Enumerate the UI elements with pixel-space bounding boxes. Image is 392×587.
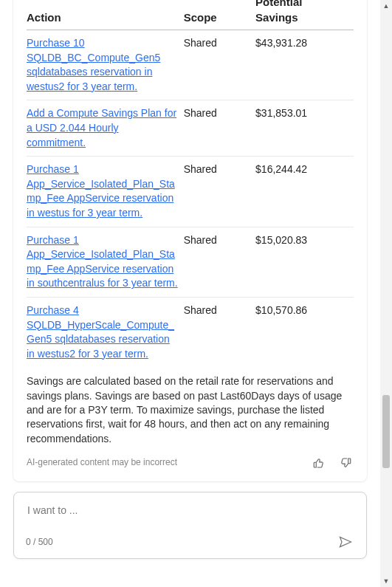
explanation-text: Savings are calculated based on the reta… (27, 374, 354, 446)
scope-cell: Shared (184, 157, 255, 227)
scroll-track[interactable] (380, 12, 392, 575)
scope-cell: Shared (184, 227, 255, 297)
col-savings-l2: Savings (255, 11, 298, 24)
scroll-up-arrow[interactable]: ▲ (380, 0, 392, 12)
table-row: Purchase 1 App_Service_Isolated_Plan_Sta… (27, 227, 354, 297)
table-row: Purchase 1 App_Service_Isolated_Plan_Sta… (27, 157, 354, 227)
action-link[interactable]: Purchase 10 SQLDB_BC_Compute_Gen5 sqldat… (27, 37, 160, 92)
prompt-input-card: 0 / 500 (13, 492, 367, 560)
ai-disclaimer: AI-generated content may be incorrect (27, 456, 177, 469)
scroll-down-arrow[interactable]: ▼ (380, 575, 392, 587)
response-card: Action Scope Potential Savings Purchase … (13, 0, 367, 481)
col-savings: Potential Savings (255, 0, 354, 30)
thumbs-up-icon (312, 456, 326, 470)
char-counter: 0 / 500 (26, 536, 53, 549)
recommendations-table: Action Scope Potential Savings Purchase … (27, 0, 354, 367)
thumbs-down-button[interactable] (337, 455, 354, 471)
action-link[interactable]: Purchase 4 SQLDB_HyperScale_Compute_Gen5… (27, 304, 174, 360)
scope-cell: Shared (184, 30, 255, 100)
content-scroll: Action Scope Potential Savings Purchase … (0, 0, 392, 587)
thumbs-down-icon (339, 456, 352, 470)
table-row: Purchase 4 SQLDB_HyperScale_Compute_Gen5… (27, 297, 354, 367)
action-link[interactable]: Purchase 1 App_Service_Isolated_Plan_Sta… (27, 234, 178, 289)
table-row: Purchase 10 SQLDB_BC_Compute_Gen5 sqldat… (27, 30, 354, 100)
col-scope: Scope (184, 0, 255, 30)
chat-pane: Action Scope Potential Savings Purchase … (0, 0, 392, 587)
savings-cell: $16,244.42 (255, 157, 354, 227)
action-link[interactable]: Add a Compute Savings Plan for a USD 2.0… (27, 107, 176, 148)
scope-cell: Shared (184, 100, 255, 157)
table-row: Add a Compute Savings Plan for a USD 2.0… (27, 100, 354, 157)
scope-cell: Shared (184, 297, 255, 367)
scroll-thumb[interactable] (382, 395, 390, 468)
vertical-scrollbar[interactable]: ▲ ▼ (380, 0, 392, 587)
col-savings-l1: Potential (255, 0, 302, 8)
savings-cell: $43,931.28 (255, 30, 354, 100)
send-icon (338, 535, 353, 549)
savings-cell: $10,570.86 (255, 297, 354, 367)
thumbs-up-button[interactable] (311, 455, 327, 471)
disclaimer-row: AI-generated content may be incorrect (27, 455, 354, 471)
prompt-input[interactable] (26, 503, 354, 519)
savings-cell: $31,853.01 (255, 100, 354, 157)
action-link[interactable]: Purchase 1 App_Service_Isolated_Plan_Sta… (27, 163, 175, 219)
savings-cell: $15,020.83 (255, 227, 354, 297)
send-button[interactable] (337, 533, 354, 551)
col-action: Action (27, 0, 184, 30)
